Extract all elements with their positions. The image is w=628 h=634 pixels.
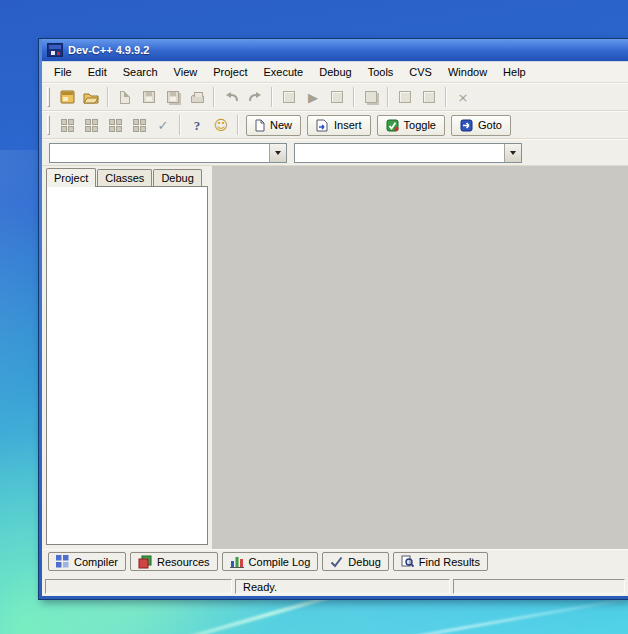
toggle-button[interactable]: Toggle [377,115,445,136]
new-file-icon [255,119,265,132]
main-toolbar: ▶ × [42,83,628,111]
save-all-icon[interactable] [161,86,185,108]
insert-icon [316,119,329,132]
debug-check-icon [330,556,343,568]
status-panel-right [453,579,625,594]
compiler-combobox[interactable] [49,143,287,163]
menu-bar: File Edit Search View Project Execute De… [42,62,628,83]
window-title: Dev-C++ 4.9.9.2 [68,44,149,56]
new-button-label: New [270,119,292,131]
toolbar-separator [107,87,109,107]
browser-tabstrip: Project Classes Debug [42,166,212,186]
bottom-tab-label: Compile Log [249,556,311,568]
desktop-wallpaper: Dev-C++ 4.9.9.2 File Edit Search View Pr… [0,0,628,634]
toolbar-separator [179,115,181,135]
about-icon[interactable]: ☺ [209,114,233,136]
project-browser-panel: Project Classes Debug [42,166,212,549]
project-options-icon[interactable] [103,114,127,136]
menu-cvs[interactable]: CVS [401,63,440,81]
remove-from-project-icon[interactable] [79,114,103,136]
resources-icon [138,555,152,569]
bottom-tab-find-results[interactable]: Find Results [393,552,488,571]
bottom-tab-compile-log[interactable]: Compile Log [222,552,319,571]
classes-combobox-dropdown-button[interactable] [504,144,521,162]
status-panel-left [45,579,232,594]
bottom-tab-compiler[interactable]: Compiler [48,552,126,571]
find-results-icon [401,555,414,568]
compiler-toolbar [42,139,628,166]
menu-help[interactable]: Help [495,63,534,81]
menu-debug[interactable]: Debug [311,63,359,81]
profile-icon[interactable] [417,86,441,108]
undo-icon[interactable] [219,86,243,108]
tab-debug[interactable]: Debug [153,169,201,186]
classes-combobox-value[interactable] [295,144,504,162]
new-project-icon[interactable] [55,86,79,108]
bottom-tab-label: Find Results [419,556,480,568]
help-icon[interactable]: ? [185,114,209,136]
compiler-icon [56,555,69,568]
open-project-icon[interactable] [79,86,103,108]
main-area: Project Classes Debug [42,166,628,549]
goto-icon [460,119,473,132]
chevron-down-icon [275,151,281,155]
app-icon[interactable] [47,43,63,57]
title-bar[interactable]: Dev-C++ 4.9.9.2 [42,39,628,61]
bottom-tab-label: Debug [348,556,380,568]
goto-button-label: Goto [478,119,502,131]
classes-combobox[interactable] [294,143,522,163]
toolbar-separator [213,87,215,107]
close-file-icon[interactable] [185,86,209,108]
menu-file[interactable]: File [46,63,80,81]
menu-project[interactable]: Project [205,63,255,81]
abort-icon[interactable]: × [451,86,475,108]
menu-tools[interactable]: Tools [360,63,402,81]
syntax-check-icon[interactable]: ✓ [151,114,175,136]
toolbar-separator [387,87,389,107]
status-bar: Ready. [42,578,628,596]
compile-and-run-icon[interactable] [325,86,349,108]
devcpp-window: Dev-C++ 4.9.9.2 File Edit Search View Pr… [38,38,628,600]
bottom-tab-label: Compiler [74,556,118,568]
rebuild-all-icon[interactable] [359,86,383,108]
goto-button[interactable]: Goto [451,115,511,136]
chevron-down-icon [510,151,516,155]
run-icon[interactable]: ▶ [301,86,325,108]
insert-button[interactable]: Insert [307,115,371,136]
debug-run-icon[interactable] [393,86,417,108]
toggle-icon [386,119,399,132]
toolbar-gripper[interactable] [47,87,50,107]
insert-button-label: Insert [334,119,362,131]
toolbar-separator [353,87,355,107]
status-ready: Ready. [235,579,450,594]
menu-edit[interactable]: Edit [80,63,115,81]
tab-classes[interactable]: Classes [97,169,152,186]
redo-icon[interactable] [243,86,267,108]
bottom-tab-label: Resources [157,556,210,568]
project-tree[interactable] [46,186,208,545]
toolbar-separator [237,115,239,135]
menu-view[interactable]: View [166,63,206,81]
bottom-tab-resources[interactable]: Resources [130,552,218,571]
toolbar-gripper[interactable] [47,115,50,135]
compiler-combobox-value[interactable] [50,144,269,162]
menu-window[interactable]: Window [440,63,495,81]
second-toolbar: ✓ ? ☺ New Insert Toggle [42,111,628,139]
menu-search[interactable]: Search [115,63,166,81]
mdi-workspace [212,166,628,549]
tab-project[interactable]: Project [46,168,96,187]
new-source-icon[interactable] [113,86,137,108]
report-tabs: Compiler Resources Compile Log Debug Fin… [42,549,628,573]
new-button[interactable]: New [246,115,301,136]
toolbar-separator [445,87,447,107]
bottom-tab-debug[interactable]: Debug [322,552,388,571]
toolbar-separator [271,87,273,107]
compile-log-icon [230,555,244,568]
compile-icon[interactable] [277,86,301,108]
toggle-button-label: Toggle [404,119,436,131]
compiler-combobox-dropdown-button[interactable] [269,144,286,162]
save-icon[interactable] [137,86,161,108]
menu-execute[interactable]: Execute [255,63,311,81]
makefile-icon[interactable] [127,114,151,136]
add-to-project-icon[interactable] [55,114,79,136]
